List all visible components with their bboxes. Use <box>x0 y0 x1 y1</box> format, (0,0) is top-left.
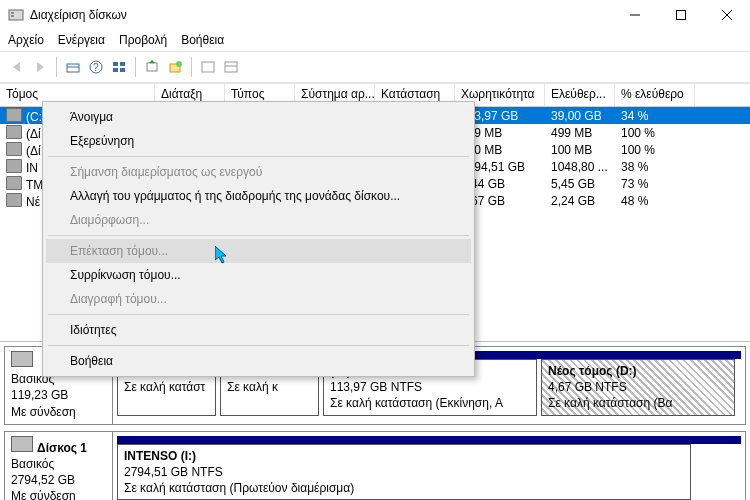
menu-help[interactable]: Βοήθεια <box>181 33 224 47</box>
close-button[interactable] <box>704 0 750 30</box>
svg-marker-18 <box>149 60 155 63</box>
volume-icon <box>6 125 22 139</box>
svg-rect-2 <box>11 15 14 17</box>
context-item: Σήμανση διαμερίσματος ως ενεργού <box>46 160 471 184</box>
cell: 2,24 GB <box>545 194 615 208</box>
cell: 100 MB <box>545 143 615 157</box>
window-buttons <box>612 0 750 30</box>
volume-icon <box>6 176 22 190</box>
maximize-button[interactable] <box>658 0 704 30</box>
svg-rect-17 <box>147 63 157 71</box>
context-menu: ΆνοιγμαΕξερεύνησηΣήμανση διαμερίσματος ω… <box>42 101 475 377</box>
svg-rect-16 <box>120 68 125 72</box>
window-title: Διαχείριση δίσκων <box>30 8 612 22</box>
item1-icon[interactable] <box>197 56 219 78</box>
forward-icon[interactable] <box>29 56 51 78</box>
cell: 499 MB <box>545 126 615 140</box>
svg-rect-1 <box>11 12 14 14</box>
cell: 1048,80 ... <box>545 160 615 174</box>
col-free[interactable]: Ελεύθερ... <box>545 84 615 106</box>
cell: 73 % <box>615 177 695 191</box>
app-icon <box>8 7 24 23</box>
menu-action[interactable]: Ενέργεια <box>58 33 105 47</box>
item2-icon[interactable] <box>220 56 242 78</box>
partition[interactable]: Νέος τόμος (D:)4,67 GB NTFSΣε καλή κατάσ… <box>541 359 735 416</box>
context-item: Διαμόρφωση... <box>46 208 471 232</box>
context-item[interactable]: Ιδιότητες <box>46 318 471 342</box>
svg-text:?: ? <box>93 62 99 73</box>
refresh-icon[interactable] <box>141 56 163 78</box>
lists-icon[interactable] <box>108 56 130 78</box>
svg-rect-21 <box>202 62 214 72</box>
context-item[interactable]: Άνοιγμα <box>46 105 471 129</box>
partition-container: INTENSO (I:)2794,51 GB NTFSΣε καλή κατάσ… <box>113 432 745 500</box>
title-bar: Διαχείριση δίσκων <box>0 0 750 31</box>
menu-view[interactable]: Προβολή <box>119 33 167 47</box>
cell: 5,45 GB <box>545 177 615 191</box>
cell: 38 % <box>615 160 695 174</box>
disk-icon <box>11 351 33 367</box>
col-pct[interactable]: % ελεύθερο <box>615 84 695 106</box>
svg-rect-15 <box>113 68 118 72</box>
svg-marker-24 <box>215 246 226 263</box>
svg-marker-7 <box>13 62 20 72</box>
disk-row: Δίσκος 1Βασικός2794,52 GBΜε σύνδεσηINTEN… <box>4 431 746 500</box>
context-item[interactable]: Συρρίκνωση τόμου... <box>46 263 471 287</box>
view-icon[interactable] <box>62 56 84 78</box>
context-item[interactable]: Βοήθεια <box>46 349 471 373</box>
context-item: Επέκταση τόμου... <box>46 239 471 263</box>
back-icon[interactable] <box>6 56 28 78</box>
menu-file[interactable]: Αρχείο <box>8 33 44 47</box>
cell: 100 % <box>615 143 695 157</box>
disk-icon <box>11 436 33 452</box>
cell: 100 % <box>615 126 695 140</box>
cell: 39,00 GB <box>545 109 615 123</box>
context-separator <box>48 345 469 346</box>
context-separator <box>48 156 469 157</box>
volume-icon <box>6 108 22 122</box>
cell: 34 % <box>615 109 695 123</box>
volume-icon <box>6 159 22 173</box>
svg-rect-22 <box>225 62 237 72</box>
mouse-cursor-icon <box>215 246 231 266</box>
svg-rect-13 <box>113 62 118 66</box>
context-item[interactable]: Εξερεύνηση <box>46 129 471 153</box>
disk-header[interactable]: Δίσκος 1Βασικός2794,52 GBΜε σύνδεση <box>5 432 113 500</box>
svg-rect-9 <box>67 64 79 72</box>
context-item[interactable]: Αλλαγή του γράμματος ή της διαδρομής της… <box>46 184 471 208</box>
cell: 48 % <box>615 194 695 208</box>
context-item: Διαγραφή τόμου... <box>46 287 471 311</box>
svg-rect-14 <box>120 62 125 66</box>
volume-icon <box>6 193 22 207</box>
partition[interactable]: INTENSO (I:)2794,51 GB NTFSΣε καλή κατάσ… <box>117 444 691 500</box>
context-separator <box>48 235 469 236</box>
svg-marker-8 <box>37 62 44 72</box>
context-separator <box>48 314 469 315</box>
help-icon[interactable]: ? <box>85 56 107 78</box>
svg-rect-4 <box>677 11 686 20</box>
svg-point-20 <box>176 61 182 67</box>
minimize-button[interactable] <box>612 0 658 30</box>
toolbar: ? <box>0 51 750 83</box>
new-icon[interactable] <box>164 56 186 78</box>
volume-icon <box>6 142 22 156</box>
menu-bar: Αρχείο Ενέργεια Προβολή Βοήθεια <box>0 31 750 51</box>
